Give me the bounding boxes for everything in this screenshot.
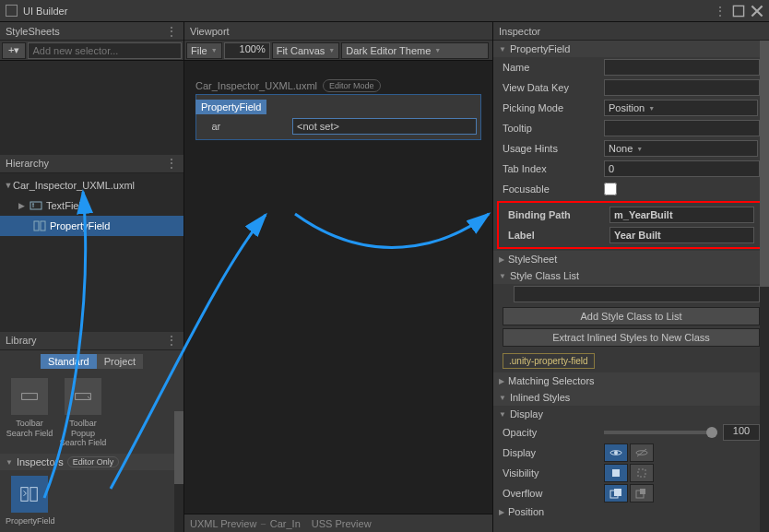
canvas-field-label: Year: [200, 121, 292, 132]
display-row: Display: [493, 443, 769, 463]
tabindex-row: Tab Index: [493, 159, 769, 179]
textfield-icon: [30, 199, 42, 212]
library-item-label: PropertyField: [6, 516, 53, 526]
canvas[interactable]: Car_Inspector_UXML.uxml Editor Mode Year…: [184, 61, 492, 514]
opacity-row: Opacity 100: [493, 422, 769, 443]
svg-rect-14: [640, 489, 645, 494]
visibility-visible-icon[interactable]: [604, 464, 628, 482]
display-flex-icon[interactable]: [604, 443, 628, 462]
canvas-file-label: Car_Inspector_UXML.uxml: [195, 80, 317, 91]
tooltip-input[interactable]: [604, 120, 760, 136]
hierarchy-item-textfield[interactable]: ▶ TextField: [0, 195, 183, 216]
window-menu-icon[interactable]: [714, 5, 727, 18]
opacity-value[interactable]: 100: [723, 424, 760, 441]
library-item[interactable]: Toolbar Popup Search Field: [59, 378, 107, 448]
opacity-slider[interactable]: 100: [604, 424, 760, 441]
stylesheets-menu-icon[interactable]: [165, 24, 178, 39]
library-scrollbar[interactable]: [174, 411, 183, 532]
svg-rect-10: [638, 469, 645, 477]
add-selector-button[interactable]: +▾: [2, 42, 26, 59]
styleclasslist-foldout[interactable]: ▼Style Class List: [493, 267, 769, 284]
stylesheets-toolbar: +▾: [0, 41, 183, 61]
library-item[interactable]: Toolbar Search Field: [6, 378, 53, 448]
viewport-header: Viewport: [184, 22, 492, 41]
usagehints-dropdown[interactable]: None: [604, 140, 758, 157]
window-maximize-icon[interactable]: [732, 5, 745, 18]
editor-mode-badge: Editor Mode: [323, 79, 381, 92]
uxml-preview-tab[interactable]: UXML Preview: [190, 518, 256, 529]
library-title: Library: [6, 335, 37, 346]
add-selector-input[interactable]: [28, 42, 182, 59]
bindingpath-input[interactable]: [609, 207, 754, 223]
foldout-icon: ▼: [6, 458, 13, 467]
position-foldout[interactable]: ▶Position: [493, 503, 769, 520]
canvas-propertyfield-row[interactable]: Year <not set>: [200, 117, 477, 136]
inspector-pane: Inspector ▼PropertyField Name View Data …: [493, 22, 769, 532]
stylesheet-foldout[interactable]: ▶StyleSheet: [493, 251, 769, 267]
title-bar: UI Builder: [0, 0, 769, 22]
visibility-hidden-icon[interactable]: [630, 464, 654, 482]
file-menu[interactable]: File: [186, 42, 222, 59]
pickingmode-dropdown[interactable]: Position: [604, 100, 758, 116]
library-tabs: Standard Project: [0, 350, 183, 372]
expand-icon[interactable]: ▶: [17, 201, 26, 210]
tab-project[interactable]: Project: [97, 354, 143, 369]
hierarchy-root[interactable]: ▼ Car_Inspector_UXML.uxml: [0, 175, 183, 195]
inspector-scrollbar[interactable]: [760, 41, 769, 532]
visibility-row: Visibility: [493, 463, 769, 483]
name-input[interactable]: [604, 59, 760, 76]
styleclass-input-row: [493, 284, 769, 304]
propertyfield-icon: [11, 476, 48, 513]
display-none-icon[interactable]: [630, 443, 654, 462]
hierarchy-root-label: Car_Inspector_UXML.uxml: [13, 180, 135, 191]
tab-standard[interactable]: Standard: [41, 354, 97, 369]
overflow-hidden-icon[interactable]: [630, 484, 654, 502]
inlined-styles-foldout[interactable]: ▼Inlined Styles: [493, 389, 769, 406]
library-grid: Toolbar Search Field Toolbar Popup Searc…: [0, 372, 183, 454]
propertyfield-foldout[interactable]: ▼PropertyField: [493, 41, 769, 57]
viewdatakey-input[interactable]: [604, 79, 760, 96]
canvas-field-value[interactable]: <not set>: [292, 118, 477, 135]
library-item-propertyfield[interactable]: PropertyField: [6, 476, 53, 526]
stylesheets-title: StyleSheets: [6, 26, 60, 37]
label-row: Label: [499, 225, 763, 245]
separator: −: [260, 518, 266, 529]
label-input[interactable]: [609, 227, 754, 243]
matching-selectors-foldout[interactable]: ▶Matching Selectors: [493, 372, 769, 389]
svg-rect-9: [612, 469, 620, 477]
stylesheets-empty: [0, 61, 183, 155]
add-style-class-button[interactable]: Add Style Class to List: [503, 307, 760, 325]
overflow-visible-icon[interactable]: [604, 484, 628, 502]
hierarchy-item-label: TextField: [46, 200, 87, 211]
foldout-icon[interactable]: ▼: [4, 181, 13, 190]
hierarchy-menu-icon[interactable]: [165, 156, 178, 171]
toolbar-popup-search-field-icon: [65, 378, 101, 415]
uxml-file-label: Car_In: [270, 518, 301, 529]
zoom-field[interactable]: 100%: [224, 42, 270, 59]
pickingmode-row: Picking ModePosition: [493, 98, 769, 118]
svg-rect-2: [34, 221, 39, 231]
hierarchy-header: Hierarchy: [0, 155, 183, 173]
uss-preview-tab[interactable]: USS Preview: [312, 518, 372, 529]
extract-inlined-styles-button[interactable]: Extract Inlined Styles to New Class: [503, 328, 760, 347]
library-menu-icon[interactable]: [165, 333, 178, 348]
hierarchy-tree: ▼ Car_Inspector_UXML.uxml ▶ TextField Pr…: [0, 173, 183, 238]
fit-canvas-dropdown[interactable]: Fit Canvas: [272, 42, 340, 59]
viewport-toolbar: File 100% Fit Canvas Dark Editor Theme: [184, 41, 492, 61]
usagehints-row: Usage HintsNone: [493, 138, 769, 159]
hierarchy-item-propertyfield[interactable]: PropertyField: [0, 216, 183, 236]
svg-rect-7: [30, 488, 37, 502]
style-class-chip[interactable]: .unity-property-field: [503, 353, 595, 369]
highlight-box: Binding Path Label: [497, 201, 765, 249]
library-inspectors-foldout[interactable]: ▼ Inspectors Editor Only: [0, 454, 183, 470]
display-foldout[interactable]: ▼Display: [493, 406, 769, 422]
window-close-icon[interactable]: [751, 5, 763, 18]
left-pane: StyleSheets +▾ Hierarchy ▼ Car_Inspector…: [0, 22, 184, 532]
focusable-checkbox[interactable]: [604, 183, 617, 195]
styleclass-input[interactable]: [514, 286, 760, 302]
tabindex-input[interactable]: [604, 160, 760, 177]
theme-dropdown[interactable]: Dark Editor Theme: [341, 42, 489, 59]
svg-rect-12: [614, 489, 621, 496]
bindingpath-row: Binding Path: [499, 205, 763, 225]
hierarchy-title: Hierarchy: [6, 158, 49, 169]
